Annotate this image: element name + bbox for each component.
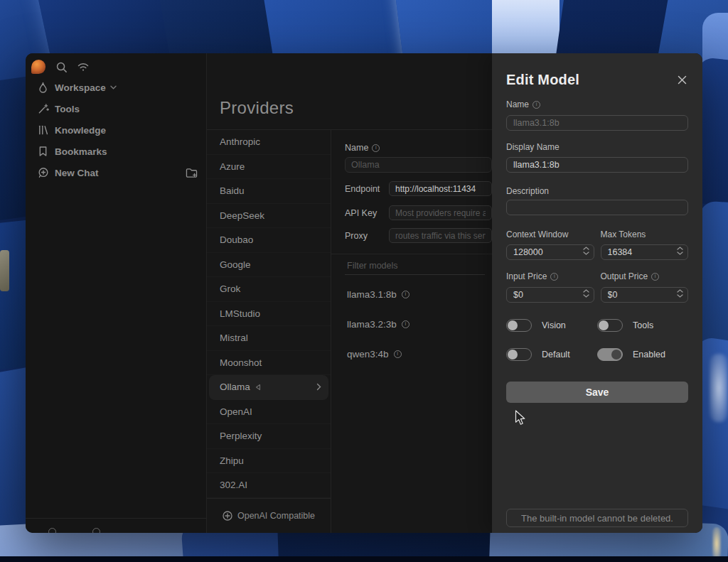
display-name-input[interactable] <box>506 157 688 173</box>
sidebar-item-workspace[interactable]: Workspace <box>26 77 206 98</box>
max-tokens-label: Max Tokens <box>601 229 689 239</box>
vision-toggle[interactable] <box>506 319 532 332</box>
sidebar-topbar <box>26 58 206 75</box>
endpoint-input[interactable] <box>389 181 492 196</box>
provider-name-label: Name <box>345 143 492 153</box>
info-icon[interactable] <box>394 350 402 358</box>
description-input[interactable] <box>506 200 688 215</box>
stepper-icons[interactable] <box>677 289 683 298</box>
info-icon <box>651 273 659 281</box>
close-icon[interactable] <box>675 73 688 86</box>
provider-item-baidu[interactable]: Baidu <box>207 179 331 204</box>
proxy-row: Proxy <box>345 228 492 243</box>
default-label: Default <box>542 350 570 360</box>
provider-item-grok[interactable]: Grok <box>207 277 331 302</box>
proxy-input[interactable] <box>389 228 492 243</box>
enabled-label: Enabled <box>633 350 665 360</box>
sidebar-item-new-chat[interactable]: New Chat <box>26 162 206 183</box>
info-icon <box>372 144 380 152</box>
provider-item-azure[interactable]: Azure <box>207 155 331 180</box>
provider-item-deepseek[interactable]: DeepSeek <box>207 204 331 229</box>
provider-item-zhipu[interactable]: Zhipu <box>207 449 331 474</box>
tools-toggle[interactable] <box>597 319 623 332</box>
info-icon <box>550 273 558 281</box>
save-button[interactable]: Save <box>506 382 688 403</box>
input-price-input[interactable] <box>506 287 594 303</box>
wallpaper-glow <box>710 354 728 422</box>
model-row-qwen3[interactable]: qwen3:4b <box>345 339 492 369</box>
output-price-input[interactable] <box>601 287 689 303</box>
default-toggle[interactable] <box>506 348 532 361</box>
page-title: Providers <box>220 98 294 118</box>
context-window-input[interactable] <box>506 244 594 260</box>
display-name-label: Display Name <box>506 142 688 152</box>
sidebar-item-bookmarks[interactable]: Bookmarks <box>26 141 206 162</box>
endpoint-label: Endpoint <box>345 184 389 194</box>
sidebar-item-knowledge[interactable]: Knowledge <box>26 119 206 141</box>
info-icon[interactable] <box>402 291 410 298</box>
model-row-llama32[interactable]: llama3.2:3b <box>345 309 492 339</box>
tools-label: Tools <box>633 320 653 330</box>
filter-models-input[interactable] <box>345 259 485 273</box>
info-icon <box>532 101 540 109</box>
search-icon[interactable] <box>55 60 68 73</box>
provider-item-anthropic[interactable]: Anthropic <box>207 130 331 155</box>
provider-item-openai[interactable]: OpenAI <box>207 400 331 425</box>
model-name-label: Name <box>506 99 688 109</box>
model-row-llama31[interactable]: llama3.1:8b <box>345 279 492 309</box>
add-openai-compatible-button[interactable]: OpenAI Compatible <box>207 498 331 534</box>
sidebar-bottom-divider <box>26 518 206 519</box>
sidebar-bottom-icon[interactable] <box>48 528 56 533</box>
provider-item-302ai[interactable]: 302.AI <box>207 473 331 498</box>
edit-model-panel: Edit Model Name Display Name Description… <box>492 53 702 533</box>
providers-header: Providers <box>207 53 492 130</box>
api-key-row: API Key <box>345 205 492 220</box>
chevron-down-icon <box>110 85 117 90</box>
stepper-icons[interactable] <box>677 247 683 255</box>
sidebar-item-label: Knowledge <box>55 125 106 136</box>
input-price-label: Input Price <box>506 271 594 281</box>
provider-name-input[interactable] <box>345 157 492 173</box>
sidebar-nav: Workspace Tools Knowledge <box>26 77 206 183</box>
provider-item-mistral[interactable]: Mistral <box>207 326 331 351</box>
api-key-input[interactable] <box>389 205 492 220</box>
proxy-label: Proxy <box>345 231 389 241</box>
info-icon[interactable] <box>402 320 410 328</box>
endpoint-row: Endpoint <box>345 181 492 196</box>
sidebar-item-label: New Chat <box>55 168 99 178</box>
stepper-icons[interactable] <box>583 247 589 255</box>
flame-icon <box>37 82 49 94</box>
triangle-left-icon <box>255 384 261 391</box>
bookmark-icon <box>37 146 49 158</box>
sidebar-item-tools[interactable]: Tools <box>26 98 206 119</box>
description-label: Description <box>506 186 688 196</box>
sidebar-item-label: Tools <box>55 104 80 114</box>
delete-disabled-button: The built-in model cannot be deleted. <box>506 509 688 527</box>
edit-model-title: Edit Model <box>506 72 675 88</box>
plus-circle-icon <box>223 511 232 521</box>
provider-list-column: Anthropic Azure Baidu DeepSeek Doubao Go… <box>207 130 331 533</box>
provider-item-ollama-selected[interactable]: Ollama <box>209 375 328 400</box>
folder-plus-icon[interactable] <box>186 167 198 179</box>
provider-item-lmstudio[interactable]: LMStudio <box>207 302 331 327</box>
provider-form: Name Endpoint API Key Proxy <box>331 130 492 533</box>
app-logo[interactable] <box>31 60 46 74</box>
chevron-right-icon <box>316 383 321 391</box>
max-tokens-input[interactable] <box>601 244 689 260</box>
app-window: Workspace Tools Knowledge <box>26 53 702 533</box>
provider-list: Anthropic Azure Baidu DeepSeek Doubao Go… <box>207 130 331 498</box>
wallpaper-bottom-strip <box>0 556 728 562</box>
wallpaper-detail <box>0 250 9 291</box>
wifi-icon[interactable] <box>77 60 90 73</box>
stepper-icons[interactable] <box>583 289 589 298</box>
api-key-label: API Key <box>345 208 389 218</box>
sidebar-item-label: Bookmarks <box>55 146 107 157</box>
sidebar: Workspace Tools Knowledge <box>26 53 206 533</box>
sidebar-bottom-icon[interactable] <box>92 528 100 533</box>
enabled-toggle[interactable] <box>597 348 623 361</box>
provider-item-doubao[interactable]: Doubao <box>207 228 331 253</box>
provider-item-moonshot[interactable]: Moonshot <box>207 351 331 376</box>
library-icon <box>37 124 49 136</box>
provider-item-perplexity[interactable]: Perplexity <box>207 424 331 449</box>
provider-item-google[interactable]: Google <box>207 253 331 278</box>
